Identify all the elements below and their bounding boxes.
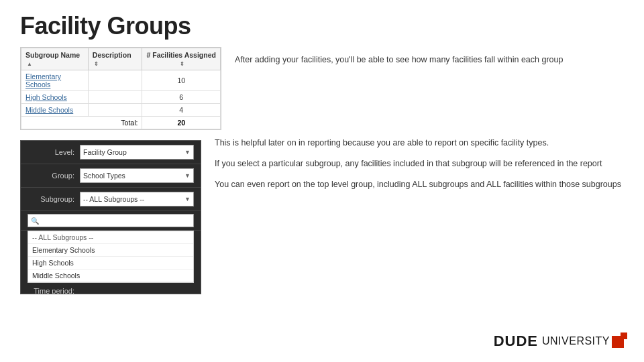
table-row: High Schools 6 (21, 91, 221, 104)
dropdown-item-all[interactable]: -- ALL Subgroups -- (28, 231, 193, 244)
table-footer-row: Total: 20 (21, 117, 221, 129)
dropdown-item-high[interactable]: High Schools (28, 257, 193, 269)
widget-time-row: Time period: (21, 283, 201, 294)
middle-schools-link[interactable]: Middle Schools (25, 106, 73, 114)
table-row: Middle Schools 4 (21, 104, 221, 117)
callout-3: You can even report on the top level gro… (215, 178, 624, 191)
widget-search-row: 🔍 (21, 211, 201, 231)
widget-subgroup-row: Subgroup: -- ALL Subgroups -- ▼ (21, 188, 201, 211)
col-subgroup-name[interactable]: Subgroup Name ▲ (21, 48, 89, 70)
logo-university-text: UNIVERSITY (542, 335, 610, 347)
high-schools-link[interactable]: High Schools (25, 93, 67, 101)
col-description[interactable]: Description ⇕ (88, 48, 142, 70)
level-arrow-icon: ▼ (184, 149, 191, 156)
subgroup-arrow-icon: ▼ (184, 196, 191, 202)
group-select[interactable]: School Types ▼ (80, 168, 194, 183)
level-select[interactable]: Facility Group ▼ (80, 145, 194, 160)
facility-groups-table: Subgroup Name ▲ Description ⇕ # Faciliti… (20, 47, 221, 130)
search-icon: 🔍 (31, 217, 39, 225)
callout-1: This is helpful later on in reporting be… (215, 137, 624, 149)
logo-dude-text: DUDE (494, 333, 538, 350)
dropdown-item-middle[interactable]: Middle Schools (28, 269, 193, 282)
sort-arrow-description: ⇕ (94, 61, 99, 67)
col-facilities[interactable]: # Facilities Assigned ⇕ (142, 48, 221, 70)
logo-block-icon (612, 336, 624, 348)
widget-dropdown-list: -- ALL Subgroups -- Elementary Schools H… (28, 231, 194, 283)
subgroup-select[interactable]: -- ALL Subgroups -- ▼ (80, 192, 194, 206)
sort-arrow-subgroup: ▲ (27, 61, 32, 67)
elementary-schools-link[interactable]: Elementary Schools (25, 72, 61, 88)
logo-area: DUDE UNIVERSITY (494, 333, 624, 350)
widget-search-box[interactable]: 🔍 (28, 214, 194, 227)
callout-2: If you select a particular subgroup, any… (215, 158, 624, 170)
table-row: Elementary Schools 10 (21, 70, 221, 91)
widget-screenshot: Level: Facility Group ▼ Group: School Ty… (20, 140, 201, 294)
callouts-area: This is helpful later on in reporting be… (215, 137, 624, 294)
widget-level-row: Level: Facility Group ▼ (21, 141, 201, 164)
widget-group-row: Group: School Types ▼ (21, 164, 201, 188)
dropdown-item-elementary[interactable]: Elementary Schools (28, 244, 193, 257)
group-arrow-icon: ▼ (184, 172, 191, 179)
callout-top: After adding your facilities, you'll be … (235, 54, 624, 66)
page-title: Facility Groups (0, 0, 644, 47)
sort-arrow-facilities: ⇕ (180, 61, 184, 67)
